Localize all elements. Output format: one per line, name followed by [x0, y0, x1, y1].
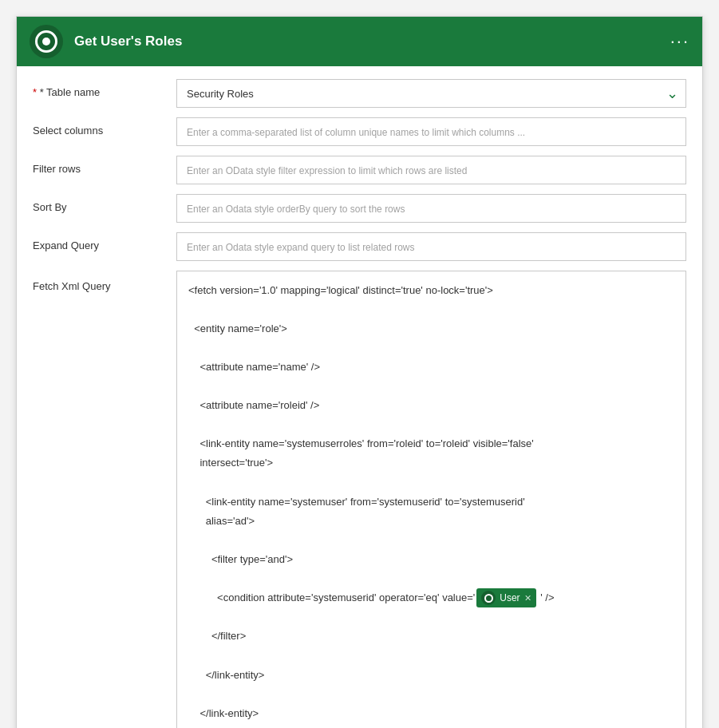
filter-rows-input[interactable]: [176, 156, 686, 184]
select-columns-label: Select columns: [33, 117, 176, 136]
xml-line-8: alias='ad'>: [188, 512, 674, 531]
xml-line-blank-10: [188, 685, 674, 704]
xml-line-blank-7: [188, 569, 674, 588]
xml-line-10: <condition attribute='systemuserid' oper…: [188, 588, 674, 608]
page-title: Get User's Roles: [74, 34, 182, 49]
card-container: Get User's Roles ··· * * Table name Secu…: [16, 16, 703, 728]
sort-by-row: Sort By: [33, 194, 686, 224]
logo-icon: [35, 30, 57, 53]
xml-line-blank-5: [188, 473, 674, 492]
sort-by-input-wrapper: [176, 194, 686, 223]
header: Get User's Roles ···: [17, 17, 702, 66]
filter-rows-input-wrapper: [176, 156, 686, 184]
table-name-select-wrapper: Security Roles ⌄: [176, 79, 686, 108]
xml-line-blank-2: [188, 338, 674, 358]
xml-line-blank-1: [188, 300, 674, 319]
select-columns-row: Select columns: [33, 117, 686, 148]
xml-line-4: <attribute name='roleid' />: [188, 396, 674, 415]
fetch-xml-input-wrapper: <fetch version='1.0' mapping='logical' d…: [176, 271, 686, 728]
token-close-button[interactable]: ✕: [524, 590, 531, 606]
expand-query-input-wrapper: [176, 232, 686, 261]
required-star: *: [33, 86, 40, 98]
app-logo: [30, 25, 63, 58]
filter-rows-label: Filter rows: [33, 156, 176, 175]
xml-line-blank-9: [188, 647, 674, 666]
fetch-xml-row: Fetch Xml Query <fetch version='1.0' map…: [33, 271, 686, 728]
xml-line-13: </link-entity>: [188, 704, 674, 723]
xml-line-blank-4: [188, 415, 674, 434]
expand-query-input[interactable]: [176, 232, 686, 261]
token-logo-icon: [481, 591, 496, 605]
user-token[interactable]: User✕: [476, 588, 535, 607]
expand-query-label: Expand Query: [33, 232, 176, 251]
token-label: User: [500, 589, 519, 607]
xml-line-2: <entity name='role'>: [188, 319, 674, 338]
fetch-xml-area[interactable]: <fetch version='1.0' mapping='logical' d…: [176, 271, 686, 728]
sort-by-input[interactable]: [176, 194, 686, 223]
header-left: Get User's Roles: [30, 25, 182, 58]
table-name-select[interactable]: Security Roles: [176, 79, 686, 108]
xml-content: <fetch version='1.0' mapping='logical' d…: [188, 281, 674, 728]
select-columns-input-wrapper: [176, 117, 686, 146]
table-name-value: Security Roles: [187, 88, 254, 100]
expand-query-row: Expand Query: [33, 232, 686, 263]
xml-line-blank-8: [188, 607, 674, 627]
xml-line-blank-11: [188, 723, 674, 728]
table-name-row: * * Table name Security Roles ⌄: [33, 79, 686, 109]
filter-rows-row: Filter rows: [33, 156, 686, 186]
xml-line-11: </filter>: [188, 627, 674, 646]
xml-line-7: <link-entity name='systemuser' from='sys…: [188, 493, 674, 512]
fetch-xml-label: Fetch Xml Query: [33, 271, 176, 292]
token-logo-inner: [484, 594, 493, 603]
xml-line-1: <fetch version='1.0' mapping='logical' d…: [188, 281, 674, 300]
xml-line-6: intersect='true'>: [188, 453, 674, 473]
xml-line-9: <filter type='and'>: [188, 550, 674, 569]
select-columns-input[interactable]: [176, 117, 686, 146]
xml-line-12: </link-entity>: [188, 666, 674, 685]
sort-by-label: Sort By: [33, 194, 176, 213]
more-options-button[interactable]: ···: [670, 31, 689, 52]
xml-line-3: <attribute name='name' />: [188, 358, 674, 377]
xml-line-5: <link-entity name='systemuserroles' from…: [188, 434, 674, 453]
xml-line-blank-3: [188, 377, 674, 396]
xml-line-blank-6: [188, 531, 674, 550]
table-name-input-wrapper: Security Roles ⌄: [176, 79, 686, 108]
table-name-label: * * Table name: [33, 79, 176, 98]
form-body: * * Table name Security Roles ⌄ Select c…: [17, 66, 702, 728]
